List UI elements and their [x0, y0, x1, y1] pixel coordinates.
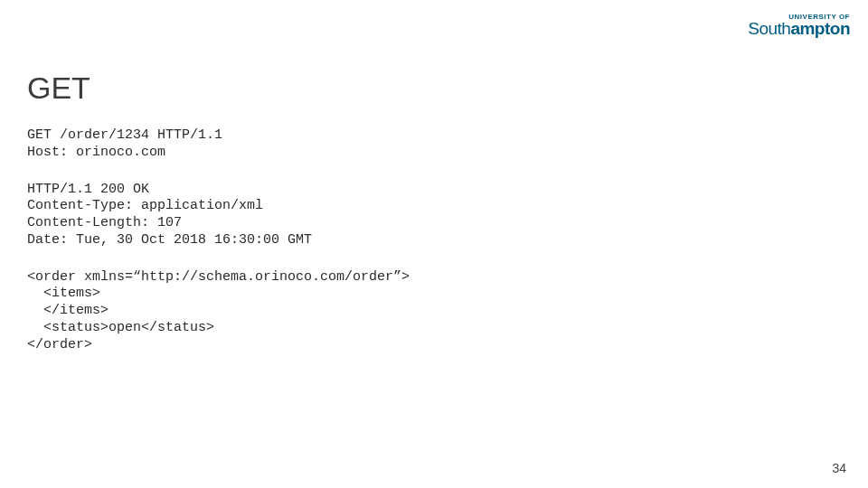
logo-bottom-text: Southampton — [748, 19, 850, 39]
http-request-block: GET /order/1234 HTTP/1.1 Host: orinoco.c… — [27, 127, 841, 162]
university-logo: UNIVERSITY OF Southampton — [748, 13, 850, 39]
page-number: 34 — [832, 461, 846, 475]
slide-content: GET GET /order/1234 HTTP/1.1 Host: orino… — [27, 70, 841, 373]
slide-title: GET — [27, 70, 841, 106]
http-response-body-block: <order xmlns=“http://schema.orinoco.com/… — [27, 269, 841, 354]
http-response-headers-block: HTTP/1.1 200 OK Content-Type: applicatio… — [27, 182, 841, 249]
